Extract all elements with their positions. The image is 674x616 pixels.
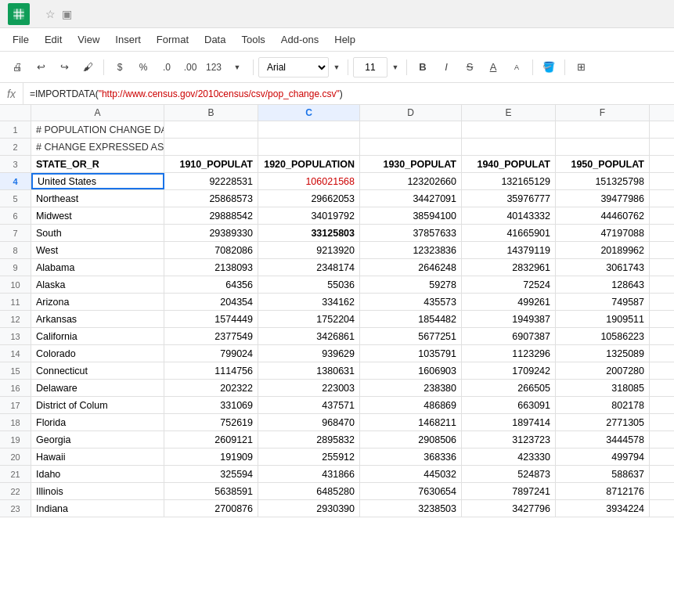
cell[interactable]: 939629 bbox=[258, 345, 360, 362]
cell[interactable]: 663091 bbox=[462, 397, 556, 413]
cell[interactable]: 2930390 bbox=[258, 500, 360, 517]
cell[interactable]: 41665901 bbox=[462, 225, 556, 241]
cell[interactable]: 1574449 bbox=[164, 311, 258, 327]
cell[interactable]: 132165129 bbox=[462, 173, 556, 189]
cell[interactable] bbox=[462, 139, 556, 155]
menu-data[interactable]: Data bbox=[198, 31, 232, 48]
cell[interactable]: 1606903 bbox=[360, 362, 462, 379]
bold-button[interactable]: B bbox=[412, 56, 434, 78]
strikethrough-button[interactable]: S bbox=[459, 56, 481, 78]
cell[interactable]: 8712176 bbox=[556, 483, 650, 499]
cell[interactable]: 2908506 bbox=[360, 431, 462, 448]
cell[interactable]: 64356 bbox=[164, 276, 258, 293]
font-selector[interactable]: Arial bbox=[258, 57, 329, 77]
cell[interactable]: 123202660 bbox=[360, 173, 462, 189]
col-header-b[interactable]: B bbox=[164, 105, 258, 121]
cell[interactable]: 2832961 bbox=[462, 259, 556, 276]
cell[interactable]: 1940_POPULAT bbox=[462, 156, 556, 172]
cell[interactable]: 1909511 bbox=[556, 311, 650, 327]
cell[interactable]: 151325798 bbox=[556, 173, 650, 189]
cell[interactable]: 3427796 bbox=[462, 500, 556, 517]
cell[interactable]: 44460762 bbox=[556, 207, 650, 224]
cell[interactable]: 1920_POPULATION bbox=[258, 156, 360, 172]
cell[interactable]: Delaware bbox=[31, 380, 164, 396]
cell[interactable]: 2646248 bbox=[360, 259, 462, 276]
cell[interactable]: 266505 bbox=[462, 380, 556, 396]
cell[interactable]: 20189962 bbox=[556, 242, 650, 258]
undo-button[interactable]: ↩ bbox=[30, 56, 52, 78]
cell[interactable]: 1752204 bbox=[258, 311, 360, 327]
cell[interactable]: Connecticut bbox=[31, 362, 164, 379]
cell[interactable]: 55036 bbox=[258, 276, 360, 293]
cell[interactable]: 5638591 bbox=[164, 483, 258, 499]
cell[interactable]: 92228531 bbox=[164, 173, 258, 189]
cell[interactable]: 128643 bbox=[556, 276, 650, 293]
cell[interactable]: 29662053 bbox=[258, 190, 360, 207]
cell[interactable]: South bbox=[31, 225, 164, 241]
cell[interactable]: 749587 bbox=[556, 294, 650, 310]
cell[interactable]: 37857633 bbox=[360, 225, 462, 241]
cell[interactable]: Illinois bbox=[31, 483, 164, 499]
cell[interactable]: 2609121 bbox=[164, 431, 258, 448]
cell[interactable]: 1910_POPULAT bbox=[164, 156, 258, 172]
cell[interactable]: STATE_OR_R bbox=[31, 156, 164, 172]
cell[interactable]: 191909 bbox=[164, 448, 258, 465]
cell[interactable]: 1380631 bbox=[258, 362, 360, 379]
cell[interactable]: 437571 bbox=[258, 397, 360, 413]
cell[interactable]: 1854482 bbox=[360, 311, 462, 327]
font-color-button[interactable]: A. bbox=[506, 56, 528, 78]
cell[interactable]: 10586223 bbox=[556, 328, 650, 344]
cell[interactable]: 3444578 bbox=[556, 431, 650, 448]
cell[interactable]: 1897414 bbox=[462, 414, 556, 430]
cell[interactable]: 1468211 bbox=[360, 414, 462, 430]
cell[interactable]: 40143332 bbox=[462, 207, 556, 224]
formula-content[interactable]: =IMPORTDATA("http://www.census.gov/2010c… bbox=[23, 88, 674, 99]
cell[interactable]: Arkansas bbox=[31, 311, 164, 327]
cell[interactable]: 7897241 bbox=[462, 483, 556, 499]
cell[interactable]: 2700876 bbox=[164, 500, 258, 517]
cell[interactable]: 1114756 bbox=[164, 362, 258, 379]
cell[interactable]: Arizona bbox=[31, 294, 164, 310]
col-header-f[interactable]: F bbox=[556, 105, 650, 121]
cell[interactable]: Alabama bbox=[31, 259, 164, 276]
cell[interactable]: 1949387 bbox=[462, 311, 556, 327]
cell[interactable]: 12323836 bbox=[360, 242, 462, 258]
cell[interactable]: 752619 bbox=[164, 414, 258, 430]
cell[interactable]: 7630654 bbox=[360, 483, 462, 499]
cell[interactable]: 3238503 bbox=[360, 500, 462, 517]
cell[interactable]: 7082086 bbox=[164, 242, 258, 258]
cell[interactable]: 59278 bbox=[360, 276, 462, 293]
cell[interactable]: 39477986 bbox=[556, 190, 650, 207]
cell[interactable]: 1035791 bbox=[360, 345, 462, 362]
cell[interactable]: Midwest bbox=[31, 207, 164, 224]
cell[interactable]: 33125803 bbox=[258, 225, 360, 241]
cell[interactable]: # POPULATION CHANGE DATA PROVIDED BY U.S… bbox=[31, 121, 164, 138]
cell[interactable]: 3123723 bbox=[462, 431, 556, 448]
cell[interactable]: 35976777 bbox=[462, 190, 556, 207]
cell[interactable]: 29389330 bbox=[164, 225, 258, 241]
cell[interactable]: 524873 bbox=[462, 466, 556, 482]
size-dropdown-button[interactable]: ▼ bbox=[389, 56, 402, 78]
cell[interactable]: 3934224 bbox=[556, 500, 650, 517]
cell[interactable]: West bbox=[31, 242, 164, 258]
col-header-e[interactable]: E bbox=[462, 105, 556, 121]
redo-button[interactable]: ↪ bbox=[53, 56, 75, 78]
cell[interactable] bbox=[164, 121, 258, 138]
cell[interactable] bbox=[360, 121, 462, 138]
cell[interactable] bbox=[556, 121, 650, 138]
menu-insert[interactable]: Insert bbox=[109, 31, 147, 48]
cell[interactable]: 2348174 bbox=[258, 259, 360, 276]
decimal-decrease-button[interactable]: .0 bbox=[156, 56, 178, 78]
cell[interactable]: 255912 bbox=[258, 448, 360, 465]
cell[interactable]: 202322 bbox=[164, 380, 258, 396]
drive-icon[interactable]: ▣ bbox=[62, 8, 72, 20]
cell[interactable]: 318085 bbox=[556, 380, 650, 396]
italic-button[interactable]: I bbox=[435, 56, 457, 78]
cell[interactable]: District of Colum bbox=[31, 397, 164, 413]
cell[interactable]: 106021568 bbox=[258, 173, 360, 189]
cell[interactable]: Hawaii bbox=[31, 448, 164, 465]
cell[interactable]: 331069 bbox=[164, 397, 258, 413]
percent-button[interactable]: % bbox=[132, 56, 154, 78]
cell[interactable]: 3061743 bbox=[556, 259, 650, 276]
borders-button[interactable]: ⊞ bbox=[570, 56, 592, 78]
